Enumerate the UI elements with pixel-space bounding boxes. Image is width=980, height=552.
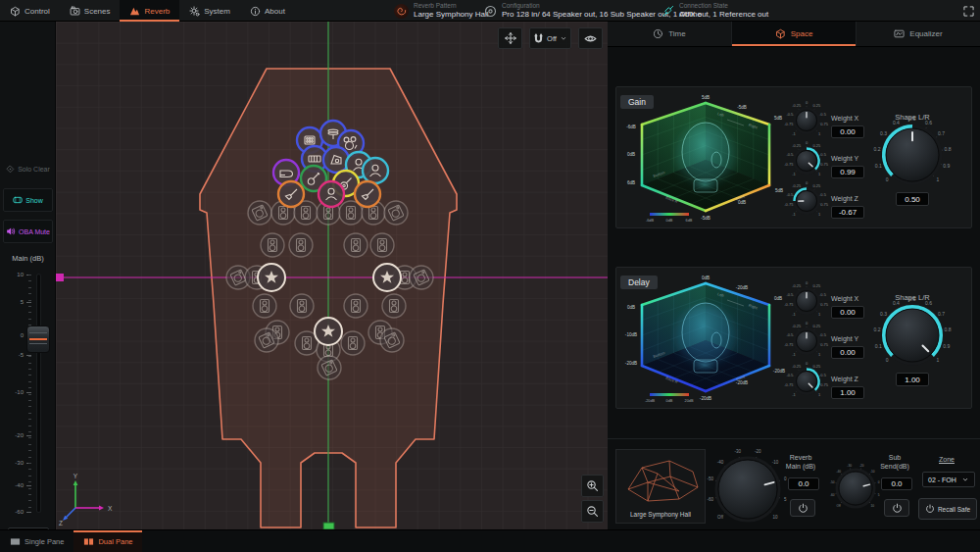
speaker-object[interactable]	[290, 294, 314, 318]
speaker-object[interactable]	[344, 233, 368, 257]
g-weight-z-knob[interactable]: -1-0.75-0.5-0.2500.250.50.751	[784, 178, 829, 227]
weight-value[interactable]: 0.00	[831, 306, 864, 319]
svg-text:-0.75: -0.75	[784, 122, 794, 126]
reverb-main-power-button[interactable]	[790, 499, 815, 517]
svg-text:5dB: 5dB	[774, 116, 782, 121]
weight-value[interactable]: 0.99	[831, 166, 864, 178]
svg-text:-0.5: -0.5	[786, 112, 794, 117]
svg-text:-20: -20	[755, 449, 761, 454]
speaker-object[interactable]	[261, 233, 284, 257]
svg-text:-1: -1	[792, 352, 796, 357]
fader-tick	[26, 512, 31, 513]
app-window: ControlScenesReverbSystemAbout Reverb Pa…	[0, 0, 980, 552]
fullscreen-button[interactable]	[961, 4, 975, 18]
speaker-object[interactable]	[341, 331, 365, 355]
reverb-main-value[interactable]: 0.0	[788, 477, 819, 490]
solo-clear-button[interactable]: Solo Clear	[3, 157, 53, 180]
reverb-pattern-info[interactable]: Reverb Pattern Large Symphony Hall	[394, 0, 488, 22]
zone-dropdown[interactable]: 02 - FOH	[922, 472, 975, 487]
source-object-vocalist[interactable]	[318, 181, 344, 207]
solo-clear-icon	[6, 165, 15, 174]
weight-label: Weight X	[831, 295, 858, 302]
main-tab-about[interactable]: About	[240, 0, 295, 22]
gain-3d-distribution-view[interactable]: -6dB0dB6dB5dB-5dB5dB5dB0dB-5dBLeftRightB…	[622, 89, 789, 226]
gain-shape-knob[interactable]: 00.10.20.30.40.50.60.70.80.91	[867, 110, 957, 204]
main-tab-reverb[interactable]: Reverb	[120, 0, 179, 22]
stage-plot[interactable]	[56, 22, 608, 529]
connection-plug-icon	[662, 5, 674, 17]
speaker-object[interactable]	[370, 233, 394, 257]
speaker-object[interactable]	[289, 233, 313, 257]
sub-send-power-button[interactable]	[884, 499, 909, 517]
visibility-button[interactable]	[578, 27, 603, 49]
delay-section-title: Delay	[620, 276, 658, 289]
sub-send-value[interactable]: 0.0	[881, 477, 912, 490]
subwoofer-object[interactable]	[318, 356, 341, 379]
subwoofer-object[interactable]	[380, 328, 404, 352]
source-object-electric-guitar[interactable]	[278, 181, 304, 207]
svg-text:0.75: 0.75	[820, 302, 829, 307]
svg-text:0.25: 0.25	[812, 364, 821, 369]
bottom-tab-dual-pane[interactable]: Dual Pane	[74, 530, 142, 552]
reverb-pattern-thumbnail[interactable]: Large Symphony Hall	[615, 449, 706, 524]
right-tab-equalizer[interactable]: Equalizer	[857, 22, 980, 46]
svg-text:10: 10	[772, 515, 778, 520]
source-object-electric-guitar[interactable]	[355, 181, 380, 207]
svg-text:-0.75: -0.75	[784, 342, 794, 347]
delay-shape-value[interactable]: 1.00	[896, 373, 929, 386]
right-tab-time[interactable]: Time	[608, 22, 732, 46]
weight-value[interactable]: 0.00	[831, 346, 864, 359]
gain-shape-value[interactable]: 0.50	[896, 192, 929, 206]
weight-label: Weight X	[831, 115, 858, 122]
speaker-object[interactable]	[344, 294, 368, 318]
svg-text:-6dB: -6dB	[626, 125, 636, 129]
source-object-vocalist[interactable]	[363, 158, 388, 183]
subwoofer-object[interactable]	[410, 266, 433, 289]
speaker-object[interactable]	[382, 294, 406, 318]
main-fader-handle[interactable]	[26, 326, 50, 353]
source-object-monitor[interactable]	[323, 147, 349, 173]
show-button[interactable]: Show	[3, 188, 53, 212]
weight-value[interactable]: 1.00	[831, 386, 864, 399]
sub-send-label: Sub Send(dB)	[866, 453, 923, 472]
pan-tool-button[interactable]	[498, 27, 522, 49]
tab-label: System	[204, 7, 230, 16]
right-tab-space[interactable]: Space	[732, 22, 857, 46]
snap-control[interactable]: Off	[529, 27, 571, 49]
weight-value[interactable]: 0.00	[831, 125, 864, 138]
speaker-object[interactable]	[253, 294, 276, 318]
zoom-in-button[interactable]	[581, 475, 604, 497]
subwoofer-object[interactable]	[248, 201, 271, 225]
svg-text:-0.5: -0.5	[786, 332, 794, 337]
weight-value[interactable]: -0.67	[831, 206, 864, 219]
oba-mute-button[interactable]: OBA Mute	[3, 220, 53, 243]
svg-text:0: 0	[886, 176, 889, 182]
recall-safe-button[interactable]: Recall Safe	[918, 498, 977, 520]
svg-text:5dB: 5dB	[702, 95, 710, 100]
right-panel: TimeSpaceEqualizer Gain -6dB0dB6dB5dB-5d…	[608, 22, 980, 529]
horizontal-line-handle[interactable]	[56, 274, 64, 281]
tab-label: Scenes	[84, 7, 111, 16]
svg-text:1: 1	[818, 131, 821, 136]
tab-label: Time	[668, 29, 685, 38]
selected-object-star[interactable]	[373, 264, 401, 291]
weight-label: Weight Z	[831, 195, 858, 202]
axis-x-label: X	[108, 505, 113, 512]
zoom-out-button[interactable]	[581, 500, 604, 523]
bottom-tab-single-pane[interactable]: Single Pane	[0, 530, 74, 552]
stage-canvas[interactable]: Off Y X Z	[56, 22, 608, 529]
svg-text:-1: -1	[792, 212, 796, 217]
main-tab-system[interactable]: System	[179, 0, 240, 22]
subwoofer-object[interactable]	[384, 201, 408, 225]
vertical-line-handle[interactable]	[323, 523, 334, 529]
selected-object-star[interactable]	[258, 264, 285, 291]
d-weight-z-knob[interactable]: -1-0.75-0.5-0.2500.250.50.751	[784, 359, 829, 408]
main-tab-control[interactable]: Control	[0, 0, 60, 22]
delay-shape-knob[interactable]: 00.10.20.30.40.50.60.70.80.91	[867, 290, 957, 384]
main-tab-scenes[interactable]: Scenes	[60, 0, 121, 22]
selected-object-star[interactable]	[315, 318, 342, 345]
main-fader-track[interactable]	[37, 275, 40, 512]
reverb-icon	[129, 6, 140, 17]
delay-3d-distribution-view[interactable]: 0dB-10dB-20dB0dB-20dB0dB-20dB-20dB-20dBL…	[622, 270, 789, 407]
subwoofer-object[interactable]	[255, 328, 278, 352]
